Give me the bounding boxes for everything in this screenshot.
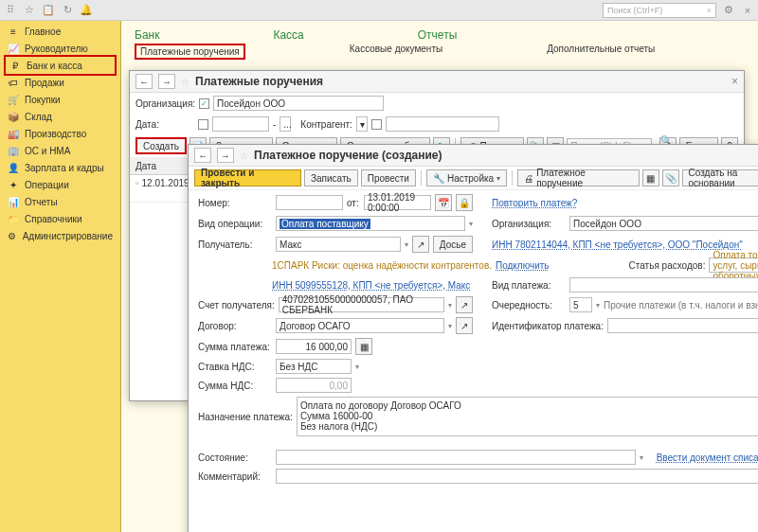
sidebar-icon: 📁: [8, 213, 19, 224]
sidebar-icon: ≡: [8, 26, 19, 37]
post-close-button[interactable]: Провести и закрыть: [194, 169, 301, 186]
open-icon[interactable]: ↗: [456, 296, 473, 313]
date-from[interactable]: [212, 116, 269, 132]
repeat-payment-link[interactable]: Повторить платеж?: [492, 198, 577, 208]
section-bank: Банк: [135, 28, 159, 42]
write-button[interactable]: Записать: [304, 169, 358, 186]
close-icon[interactable]: ×: [731, 75, 738, 88]
sidebar-item[interactable]: 🏭Производство: [0, 125, 120, 142]
open-icon[interactable]: ↗: [456, 317, 473, 334]
calendar-icon[interactable]: 📅: [435, 194, 452, 211]
vatsum-field: 0,00: [276, 378, 352, 393]
org-field[interactable]: Посейдон ООО: [213, 96, 384, 111]
open-icon[interactable]: ↗: [412, 236, 429, 253]
sidebar-item[interactable]: ₽Банк и касса: [4, 55, 117, 76]
sidebar-item-label: Операции: [25, 180, 69, 190]
sum-field[interactable]: 16 000,00: [276, 339, 352, 354]
link-cash-docs[interactable]: Кассовые документы: [350, 44, 442, 60]
sidebar-item[interactable]: 🏷Продажи: [0, 74, 120, 91]
sidebar-item-label: Администрирование: [23, 231, 113, 241]
expense-field[interactable]: Оплата товаров, работ, услуг, сырья и ин…: [709, 257, 758, 273]
contract-field[interactable]: Договор ОСАГО: [276, 318, 444, 333]
date-to[interactable]: ...: [280, 116, 291, 132]
close-icon[interactable]: ×: [741, 4, 754, 17]
lock-icon[interactable]: 🔒: [456, 194, 473, 211]
spark-link[interactable]: Подключить: [496, 260, 550, 271]
mode-button[interactable]: ▦: [642, 169, 659, 186]
org-label: Организация:: [135, 98, 195, 109]
fav-icon[interactable]: ☆: [240, 151, 248, 161]
payment-order-doc-panel: ← → ☆ Платежное поручение (создание) × П…: [188, 144, 758, 532]
org-field[interactable]: Посейдон ООО: [569, 216, 758, 231]
attach-button[interactable]: 📎: [662, 169, 679, 186]
contractor-value[interactable]: [386, 116, 499, 132]
recipient-details-link[interactable]: ИНН 5099555128, КПП <не требуется>, Макс: [272, 280, 470, 291]
sidebar: ≡Главное📈Руководителю₽Банк и касса🏷Прода…: [0, 21, 121, 532]
sidebar-icon: 📈: [8, 43, 19, 54]
apps-icon[interactable]: ⠿: [4, 4, 17, 17]
sidebar-item[interactable]: ✦Операции: [0, 176, 120, 193]
vat-field[interactable]: Без НДС: [276, 359, 352, 374]
calc-icon[interactable]: ▦: [355, 338, 372, 355]
comment-field[interactable]: [276, 469, 758, 484]
sidebar-item-label: Производство: [25, 129, 86, 139]
contractor-field[interactable]: ▾: [356, 116, 368, 132]
create-button[interactable]: Создать: [135, 137, 187, 154]
sidebar-item[interactable]: 📁Справочники: [0, 210, 120, 227]
nav-fwd[interactable]: →: [158, 74, 175, 89]
paytype-field[interactable]: [569, 277, 758, 293]
post-button[interactable]: Провести: [361, 169, 416, 186]
sidebar-item-label: Склад: [25, 112, 52, 122]
global-search[interactable]: Поиск (Ctrl+F)×: [603, 3, 716, 18]
section-cash: Касса: [273, 28, 303, 42]
org-details-link[interactable]: ИНН 7802114044, КПП <не требуется>, ООО …: [492, 239, 743, 250]
org-checkbox[interactable]: ✓: [199, 98, 209, 109]
sidebar-item[interactable]: 🏢ОС и НМА: [0, 142, 120, 159]
sidebar-icon: 📊: [8, 196, 19, 207]
date-label: Дата:: [135, 119, 194, 130]
link-payment-orders[interactable]: Платежные поручения: [135, 44, 245, 60]
payid-field[interactable]: [607, 318, 758, 333]
sidebar-item[interactable]: 👤Зарплата и кадры: [0, 159, 120, 176]
sidebar-item[interactable]: 🛒Покупки: [0, 91, 120, 108]
print-po-button[interactable]: 🖨 Платежное поручение: [517, 169, 640, 186]
sidebar-item[interactable]: ⚙Администрирование: [0, 227, 120, 244]
gear-icon[interactable]: ⚙: [722, 4, 735, 17]
dossier-button[interactable]: Досье: [433, 236, 473, 253]
recipient-field[interactable]: Макс: [276, 237, 401, 252]
sidebar-icon: 🏭: [8, 128, 19, 139]
sidebar-item-label: Зарплата и кадры: [25, 163, 104, 173]
link-extra-reports[interactable]: Дополнительные отчеты: [547, 44, 655, 60]
sidebar-item[interactable]: 📊Отчеты: [0, 193, 120, 210]
sidebar-item[interactable]: 📦Склад: [0, 108, 120, 125]
contractor-checkbox[interactable]: [371, 119, 382, 130]
nav-fwd[interactable]: →: [217, 148, 234, 163]
sidebar-item-label: ОС и НМА: [25, 146, 70, 156]
priority-field[interactable]: 5: [569, 297, 592, 312]
sidebar-item-label: Продажи: [25, 78, 64, 88]
sidebar-icon: 📦: [8, 111, 19, 122]
history-icon[interactable]: ↻: [61, 4, 74, 17]
state-field[interactable]: [276, 450, 636, 465]
date-field[interactable]: 13.01.2019 0:00:00: [364, 195, 431, 210]
clipboard-icon[interactable]: 📋: [42, 4, 55, 17]
date-checkbox[interactable]: [198, 119, 208, 130]
nav-back[interactable]: ←: [135, 74, 153, 89]
kind-field[interactable]: Оплата поставщику: [276, 216, 465, 231]
purpose-field[interactable]: Оплата по договору Договор ОСАГО Сумма 1…: [297, 397, 758, 436]
account-field[interactable]: 40702810550000000057, ПАО СБЕРБАНК: [279, 297, 444, 312]
create-based-button[interactable]: Создать на основании▾: [682, 169, 758, 186]
sidebar-item-label: Отчеты: [25, 197, 58, 207]
writeoff-link[interactable]: Ввести документ списания с расчетного сч…: [657, 452, 758, 463]
section-reports: Отчеты: [418, 28, 457, 42]
settings-button[interactable]: 🔧 Настройка▾: [426, 169, 507, 186]
sidebar-item-label: Справочники: [25, 214, 82, 224]
sidebar-icon: 🏢: [8, 145, 19, 156]
nav-back[interactable]: ←: [194, 148, 211, 163]
star-icon[interactable]: ☆: [23, 4, 36, 17]
sidebar-item[interactable]: ≡Главное: [0, 23, 120, 40]
number-field[interactable]: [276, 195, 343, 210]
bell-icon[interactable]: 🔔: [80, 4, 93, 17]
sidebar-item-label: Банк и касса: [27, 61, 82, 71]
fav-icon[interactable]: ☆: [181, 77, 190, 87]
